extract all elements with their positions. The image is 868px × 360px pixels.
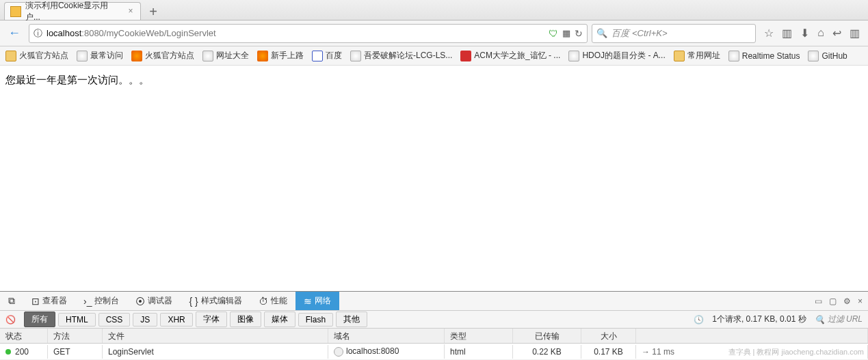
devtools-tabs: ⧉ ⊡查看器 ›_控制台 ⦿调试器 { }样式编辑器 ⏱性能 ≋网络 ▭ ▢ ⚙… <box>0 292 868 311</box>
bookmark-item[interactable]: 百度 <box>312 50 342 61</box>
bookmark-star-icon[interactable]: ☆ <box>764 27 774 40</box>
status-dot-icon <box>5 349 11 355</box>
network-filter-bar: 🚫 所有 HTML CSS JS XHR 字体 图像 媒体 Flash 其他 🕓… <box>0 311 868 329</box>
filter-other-button[interactable]: 其他 <box>336 311 367 327</box>
clear-icon[interactable]: 🚫 <box>0 315 21 324</box>
filter-font-button[interactable]: 字体 <box>196 311 227 327</box>
globe-icon <box>202 51 213 61</box>
bookmark-item[interactable]: ACM大学之旅_谙忆 - ... <box>460 50 560 61</box>
new-tab-button[interactable]: + <box>145 3 161 20</box>
col-method[interactable]: 方法 <box>48 329 103 343</box>
firefox-icon <box>257 51 268 61</box>
bookmark-item[interactable]: 火狐官方站点 <box>131 50 194 61</box>
inspector-icon: ⊡ <box>31 296 40 307</box>
content-text: 您最近一年是第一次访问。。。 <box>5 74 149 85</box>
filter-js-button[interactable]: JS <box>133 313 157 327</box>
url-port: :8080 <box>81 28 104 38</box>
globe-icon <box>568 51 579 61</box>
col-transferred[interactable]: 已传输 <box>513 329 581 343</box>
filter-image-button[interactable]: 图像 <box>230 311 261 327</box>
filter-xhr-button[interactable]: XHR <box>160 313 192 327</box>
col-file[interactable]: 文件 <box>103 329 328 343</box>
watermark: 查字典 | 教程网 jiaocheng.chazidian.com <box>728 347 865 357</box>
col-timeline[interactable] <box>636 329 868 343</box>
shield-icon[interactable]: 🛡 <box>549 28 558 39</box>
bookmark-item[interactable]: Realtime Status <box>728 51 800 61</box>
filter-flash-button[interactable]: Flash <box>298 313 333 327</box>
reader-icon[interactable]: ▥ <box>782 27 792 40</box>
console-icon: ›_ <box>83 296 92 307</box>
network-icon: ≋ <box>304 296 312 307</box>
col-status[interactable]: 状态 <box>0 329 48 343</box>
reload-icon[interactable]: ↻ <box>575 28 583 39</box>
devtools-close-icon[interactable]: × <box>858 296 863 306</box>
col-domain[interactable]: 域名 <box>328 329 445 343</box>
devtools-options-icon[interactable]: ▭ <box>815 296 822 306</box>
bookmark-item[interactable]: 常用网址 <box>674 50 720 61</box>
tab-style-editor[interactable]: { }样式编辑器 <box>181 292 250 310</box>
bookmark-bar: 火狐官方站点 最常访问 火狐官方站点 网址大全 新手上路 百度 吾爱破解论坛-L… <box>0 46 868 66</box>
col-size[interactable]: 大小 <box>581 329 636 343</box>
sync-icon[interactable]: ↩ <box>832 27 841 40</box>
tab-inspector[interactable]: ⊡查看器 <box>23 292 75 310</box>
panel-icon: ⧉ <box>8 295 15 307</box>
filter-url-input[interactable]: 🔍过滤 URL <box>815 314 863 325</box>
downloads-icon[interactable]: ⬇ <box>800 27 809 40</box>
filter-css-button[interactable]: CSS <box>98 313 131 327</box>
globe-icon <box>334 347 343 357</box>
page-content: 您最近一年是第一次访问。。。 <box>0 66 868 291</box>
debugger-icon: ⦿ <box>135 296 145 307</box>
tab-debugger[interactable]: ⦿调试器 <box>127 292 181 310</box>
folder-icon <box>5 51 16 61</box>
search-icon: 🔍 <box>815 315 825 324</box>
nav-bar: ← ⓘ localhost:8080/myCookieWeb/LoginServ… <box>0 20 868 46</box>
bookmark-item[interactable]: 吾爱破解论坛-LCG-LS... <box>350 50 452 61</box>
search-icon: 🔍 <box>596 28 607 38</box>
tab-favicon <box>10 6 21 17</box>
search-placeholder: 百度 <Ctrl+K> <box>611 27 667 40</box>
filter-all-button[interactable]: 所有 <box>24 311 55 327</box>
home-icon[interactable]: ⌂ <box>817 27 824 40</box>
bookmark-item[interactable]: GitHub <box>808 51 847 61</box>
url-bar[interactable]: ⓘ localhost:8080/myCookieWeb/LoginServle… <box>29 24 588 43</box>
globe-icon <box>808 51 819 61</box>
network-summary: 1个请求, 0.17 KB, 0.01 秒 <box>712 314 806 325</box>
back-button[interactable]: ← <box>4 23 25 44</box>
info-icon[interactable]: ⓘ <box>34 27 42 40</box>
url-path: /myCookieWeb/LoginServlet <box>104 28 216 38</box>
tab-title: 演示利用Cookie显示用户... <box>25 0 122 23</box>
bookmark-item[interactable]: 火狐官方站点 <box>5 50 68 61</box>
perf-icon: ⏱ <box>259 296 268 307</box>
firefox-icon <box>131 51 142 61</box>
toolbar-buttons: ☆ ▥ ⬇ ⌂ ↩ ▥ <box>760 27 864 40</box>
clock-icon: 🕓 <box>694 315 704 324</box>
search-bar[interactable]: 🔍 百度 <Ctrl+K> <box>592 24 756 43</box>
site-icon <box>460 51 471 61</box>
devtools-toggle-button[interactable]: ⧉ <box>0 292 23 310</box>
tab-console[interactable]: ›_控制台 <box>75 292 127 310</box>
menu-icon[interactable]: ▥ <box>850 27 860 40</box>
tab-performance[interactable]: ⏱性能 <box>250 292 295 310</box>
tab-network[interactable]: ≋网络 <box>295 292 339 310</box>
style-icon: { } <box>189 296 198 307</box>
filter-html-button[interactable]: HTML <box>58 313 96 327</box>
network-table-header: 状态 方法 文件 域名 类型 已传输 大小 <box>0 329 868 344</box>
devtools-settings-icon[interactable]: ⚙ <box>843 296 851 306</box>
bookmark-item[interactable]: 网址大全 <box>202 50 249 61</box>
bookmark-item[interactable]: 新手上路 <box>257 50 304 61</box>
folder-icon <box>674 51 685 61</box>
devtools-dock-icon[interactable]: ▢ <box>829 296 837 306</box>
browser-tab[interactable]: 演示利用Cookie显示用户... × <box>4 2 141 20</box>
col-type[interactable]: 类型 <box>445 329 513 343</box>
globe-icon <box>77 51 88 61</box>
filter-media-button[interactable]: 媒体 <box>264 311 295 327</box>
qr-icon[interactable]: ▦ <box>562 28 570 38</box>
baidu-icon <box>312 51 323 61</box>
url-host: localhost <box>47 28 81 38</box>
tab-bar: 演示利用Cookie显示用户... × + <box>0 0 868 20</box>
globe-icon <box>350 51 361 61</box>
close-tab-icon[interactable]: × <box>127 8 135 16</box>
bookmark-item[interactable]: 最常访问 <box>77 50 123 61</box>
globe-icon <box>728 51 739 61</box>
bookmark-item[interactable]: HDOJ的题目分类 - A... <box>568 50 665 61</box>
